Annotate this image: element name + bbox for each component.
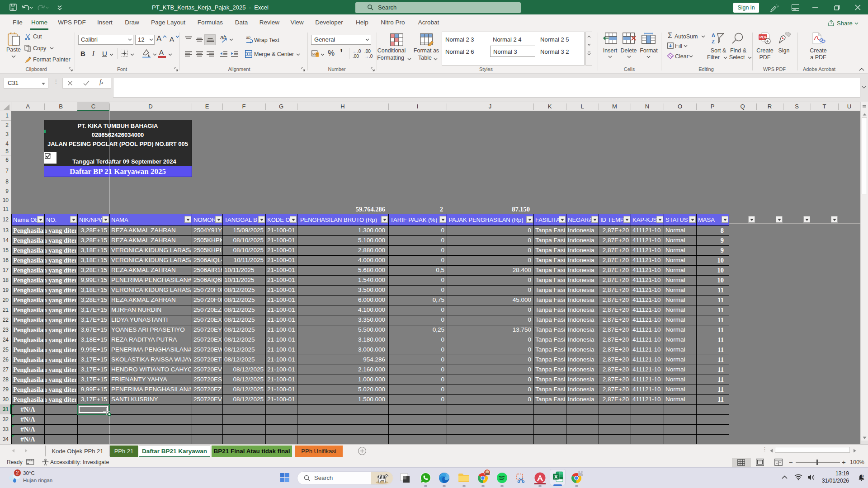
svg-text:ab: ab	[246, 35, 250, 40]
svg-text:z: z	[863, 474, 864, 477]
svg-text:A: A	[712, 33, 715, 38]
svg-text:cc: cc	[312, 52, 316, 56]
svg-text:Z: Z	[712, 39, 715, 44]
